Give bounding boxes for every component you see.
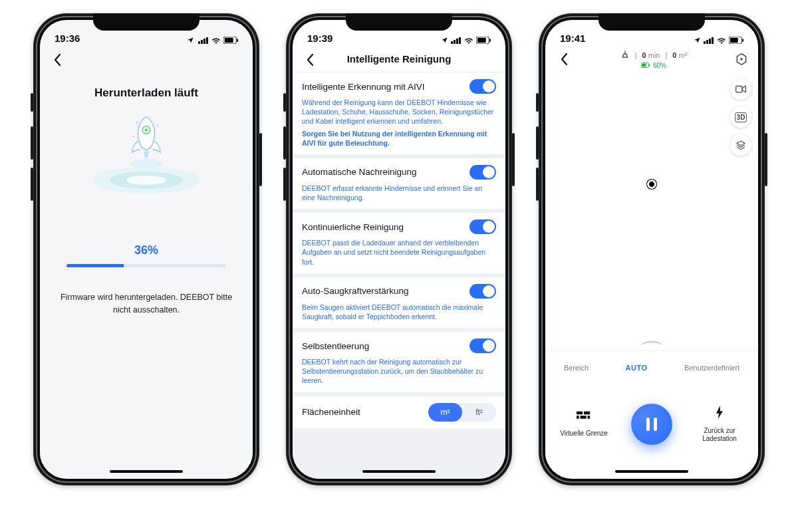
stats-time-value: 0 bbox=[642, 51, 646, 59]
wifi-icon bbox=[464, 37, 473, 44]
setting-note: Sorgen Sie bei Nutzung der intelligenten… bbox=[302, 129, 496, 148]
mode-area[interactable]: Bereich bbox=[564, 364, 589, 372]
virtual-wall-label: Virtuelle Grenze bbox=[560, 430, 608, 438]
bricks-icon bbox=[577, 411, 591, 426]
camera-button[interactable] bbox=[730, 78, 751, 100]
setting-title: Kontinuierliche Reinigung bbox=[302, 222, 404, 232]
wifi-icon bbox=[717, 37, 726, 44]
status-icons bbox=[694, 37, 743, 44]
setting-desc: DEEBOT passt die Ladedauer anhand der ve… bbox=[302, 238, 496, 267]
action-bar: Virtuelle Grenze Zurück zur Ladestation bbox=[545, 384, 758, 464]
svg-rect-21 bbox=[477, 38, 486, 43]
svg-point-15 bbox=[126, 176, 166, 185]
run-stats: | 0 min | 0 m² 60% bbox=[620, 50, 688, 69]
area-unit-segmented[interactable]: m² ft² bbox=[428, 403, 496, 422]
stats-time-unit: min bbox=[648, 51, 660, 59]
battery-icon bbox=[476, 37, 491, 44]
svg-rect-16 bbox=[451, 41, 453, 44]
svg-rect-32 bbox=[649, 64, 650, 66]
stats-area-value: 0 bbox=[672, 51, 676, 59]
setting-row-reclean: Automatische Nachreinigung DEEBOT erfass… bbox=[293, 158, 505, 209]
download-message: Firmware wird heruntergeladen. DEEBOT bi… bbox=[40, 291, 253, 317]
home-indicator[interactable] bbox=[40, 464, 253, 479]
back-button[interactable] bbox=[48, 51, 66, 69]
map-header: | 0 min | 0 m² 60% bbox=[545, 45, 758, 73]
toggle-reclean[interactable] bbox=[469, 165, 496, 180]
svg-point-9 bbox=[145, 129, 147, 131]
toggle-continuous[interactable] bbox=[469, 219, 496, 234]
mode-custom[interactable]: Benutzerdefiniert bbox=[684, 364, 739, 372]
layers-button[interactable] bbox=[730, 134, 751, 156]
svg-rect-24 bbox=[706, 40, 708, 44]
header: Intelligente Reinigung bbox=[293, 45, 505, 72]
settings-button[interactable] bbox=[734, 52, 749, 66]
mode-auto[interactable]: AUTO bbox=[626, 364, 648, 372]
3d-toggle-button[interactable]: 3D bbox=[730, 106, 751, 128]
mop-icon bbox=[620, 50, 630, 61]
svg-rect-28 bbox=[730, 38, 738, 43]
battery-percent: 60% bbox=[653, 62, 666, 69]
home-indicator[interactable] bbox=[293, 464, 505, 479]
svg-rect-19 bbox=[459, 37, 461, 44]
setting-row-area-unit: Flächeneinheit m² ft² bbox=[293, 396, 505, 428]
toggle-autoboost[interactable] bbox=[469, 284, 496, 299]
svg-point-33 bbox=[740, 58, 742, 60]
map-canvas[interactable]: 3D bbox=[545, 73, 758, 350]
setting-title: Flächeneinheit bbox=[302, 407, 360, 417]
return-dock-label: Zurück zur Ladestation bbox=[690, 427, 749, 443]
setting-title: Selbstentleerung bbox=[302, 341, 369, 351]
pause-icon bbox=[646, 418, 657, 431]
virtual-wall-button[interactable]: Virtuelle Grenze bbox=[554, 411, 614, 438]
video-icon bbox=[735, 85, 746, 93]
setting-desc: Beim Saugen aktiviert DEEBOT automatisch… bbox=[302, 303, 496, 321]
status-time: 19:36 bbox=[55, 33, 80, 44]
area-unit-ft2[interactable]: ft² bbox=[462, 403, 496, 422]
svg-rect-37 bbox=[581, 416, 587, 419]
home-indicator[interactable] bbox=[545, 464, 758, 479]
battery-icon bbox=[729, 37, 743, 44]
location-icon bbox=[694, 37, 701, 44]
3d-icon: 3D bbox=[735, 112, 747, 122]
pause-button[interactable] bbox=[631, 404, 672, 445]
hex-settings-icon bbox=[735, 53, 748, 66]
battery-icon bbox=[223, 37, 238, 44]
svg-rect-25 bbox=[709, 39, 711, 44]
progress-bar bbox=[66, 264, 226, 267]
setting-desc: Während der Reinigung kann der DEEBOT Hi… bbox=[302, 98, 496, 126]
cellular-icon bbox=[451, 37, 462, 44]
mode-tabs: Bereich AUTO Benutzerdefiniert bbox=[545, 350, 758, 384]
lightning-icon bbox=[714, 406, 725, 423]
svg-rect-38 bbox=[577, 416, 579, 419]
drawer-handle[interactable] bbox=[640, 341, 663, 348]
progress-percent: 36% bbox=[134, 243, 158, 257]
robot-marker-icon bbox=[646, 179, 657, 190]
location-icon bbox=[441, 37, 448, 44]
back-button[interactable] bbox=[301, 51, 319, 69]
svg-rect-22 bbox=[489, 39, 491, 42]
layers-icon bbox=[735, 140, 746, 150]
phone-map: 19:41 | 0 min | bbox=[539, 13, 765, 485]
status-icons bbox=[187, 37, 238, 44]
status-time: 19:41 bbox=[560, 33, 585, 44]
status-bar: 19:41 bbox=[545, 20, 758, 45]
setting-row-autoboost: Auto-Saugkraftverstärkung Beim Saugen ak… bbox=[293, 277, 505, 328]
svg-rect-18 bbox=[456, 39, 458, 44]
svg-rect-17 bbox=[454, 40, 456, 44]
status-bar: 19:39 bbox=[293, 20, 505, 45]
svg-rect-26 bbox=[712, 37, 714, 44]
svg-point-10 bbox=[136, 121, 138, 123]
svg-rect-34 bbox=[736, 86, 742, 92]
toggle-selfempty[interactable] bbox=[469, 338, 496, 353]
svg-rect-3 bbox=[206, 37, 208, 44]
header bbox=[40, 45, 253, 72]
setting-title: Auto-Saugkraftverstärkung bbox=[302, 286, 409, 296]
cellular-icon bbox=[198, 37, 209, 44]
return-dock-button[interactable]: Zurück zur Ladestation bbox=[690, 406, 749, 443]
header-title: Intelligente Reinigung bbox=[347, 53, 452, 65]
back-button[interactable] bbox=[555, 50, 573, 68]
setting-row-aivi: Intelligente Erkennung mit AIVI Während … bbox=[293, 72, 505, 154]
toggle-aivi[interactable] bbox=[469, 79, 496, 94]
svg-rect-2 bbox=[203, 39, 205, 44]
svg-rect-5 bbox=[225, 38, 233, 43]
area-unit-m2[interactable]: m² bbox=[428, 403, 462, 422]
